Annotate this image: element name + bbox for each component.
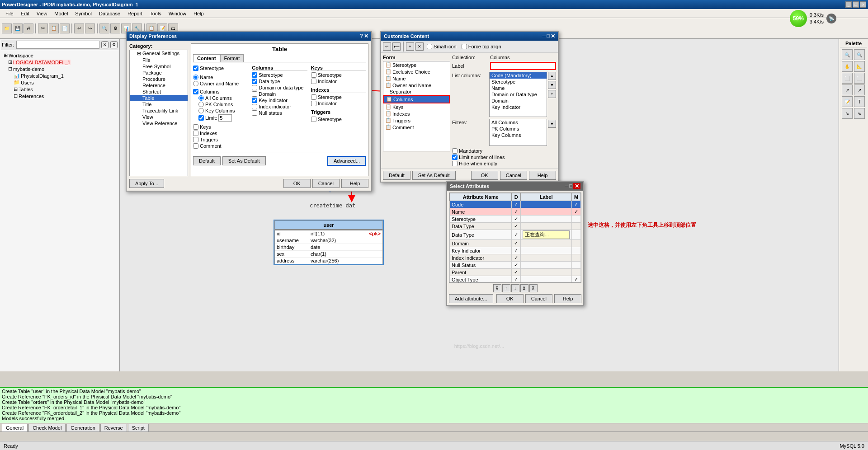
close-btn[interactable]: ✕ [860,1,866,8]
palette-icon-9[interactable]: 📝 [842,96,853,107]
key-columns-radio[interactable]: Key Columns [198,108,248,114]
tree-item-workspace[interactable]: ⊞Workspace [3,52,117,59]
mandatory-check[interactable]: Mandatory [452,148,556,154]
tree-item-tables[interactable]: ⊟Tables [3,86,117,93]
keys-stereotype[interactable]: Stereotype [311,72,366,78]
toolbar-icon-2[interactable]: 💾 [13,23,23,33]
sa-help-btn[interactable]: Help [554,294,581,303]
cat-procedure[interactable]: Procedure [130,76,188,82]
lc-add-btn[interactable]: + [548,90,556,98]
lc-code[interactable]: Code (Mandatory) [490,72,547,79]
toolbar-icon-1[interactable]: 📁 [2,23,12,33]
filter-all-cols[interactable]: All Columns [490,119,547,126]
palette-icon-1[interactable]: 🔍 [842,49,853,60]
filter-pk-cols[interactable]: PK Columns [490,126,547,132]
palette-icon-12[interactable]: ∿ [854,108,865,119]
toolbar-icon-8[interactable]: ⚙ [110,23,120,33]
cust-default-btn[interactable]: Default [383,171,410,180]
cat-view[interactable]: View [130,114,188,120]
form-item-stereotype[interactable]: 📋 Stereotype [383,61,450,68]
sa-cancel-btn[interactable]: Cancel [525,294,552,303]
cat-reference[interactable]: Reference [130,82,188,89]
sa-move-bottom[interactable]: ⊼ [529,284,538,292]
sa-min-btn[interactable]: ─ [565,183,569,189]
attr-row-datatype2[interactable]: Data Type✓ 正在查询... [450,230,581,240]
maximize-btn[interactable]: □ [853,1,859,8]
table-row-birthday[interactable]: birthday date [275,244,382,251]
stereotype-check[interactable]: Stereotype [193,65,248,71]
form-item-keys[interactable]: 📋 Keys [383,103,450,110]
tree-item-physicaldiagram[interactable]: 📊PhysicalDiagram_1 [3,72,117,79]
attr-row-code[interactable]: Code✓✓ [450,201,581,208]
toolbar-undo[interactable]: ↩ [74,23,84,33]
cat-view-reference[interactable]: View Reference [130,120,188,127]
hide-empty-check[interactable]: Hide when empty [452,160,556,167]
tree-item-logical[interactable]: ⊞LOGICALDATAMODEL_1 [3,59,117,66]
attr-row-object-type[interactable]: Object Type✓✓ [450,276,581,283]
form-item-triggers[interactable]: 📋 Triggers [383,117,450,124]
toolbar-icon-5[interactable]: 📋 [49,23,59,33]
col-null-status[interactable]: Null status [252,110,307,116]
toolbar-icon-6[interactable]: 📄 [60,23,70,33]
all-columns-radio[interactable]: All Columns [198,95,248,101]
col-domain[interactable]: Domain [252,91,307,97]
lc-up-btn[interactable]: ▲ [548,72,556,80]
toolbar-redo[interactable]: ↪ [85,23,95,33]
cat-title[interactable]: Title [130,101,188,108]
tab-check-model[interactable]: Check Model [28,424,66,431]
toolbar-icon-4[interactable]: ✂ [38,23,48,33]
cust-min-btn[interactable]: ─ [542,33,546,39]
form-item-exclusive[interactable]: 📋 Exclusive Choice [383,68,450,75]
menu-report[interactable]: Report [124,10,146,17]
sa-scroll-up[interactable]: ⊼ [493,284,501,292]
tab-format[interactable]: Format [220,54,244,62]
help-btn[interactable]: Help [341,179,368,188]
tab-script[interactable]: Script [128,424,149,431]
palette-icon-7[interactable]: ↗ [842,84,853,95]
palette-icon-6[interactable]: ⬜ [854,73,865,84]
cust-tb-2[interactable]: ⟵ [392,42,401,51]
filter-clear[interactable]: ✕ [101,41,108,48]
attr-row-index-indicator[interactable]: Index Indicator✓ [450,254,581,262]
keys-indicator[interactable]: Indicator [311,78,366,84]
palette-icon-5[interactable]: ⬜ [842,73,853,84]
sa-move-top[interactable]: ⊻ [520,284,528,292]
table-row-sex[interactable]: sex char(1) [275,251,382,258]
lc-down-btn[interactable]: ▼ [548,81,556,89]
lc-name[interactable]: Name [490,85,547,91]
col-domain-data-type[interactable]: Domain or data type [252,84,307,91]
cust-close-btn[interactable]: ✕ [551,33,555,39]
sa-move-down[interactable]: ↓ [511,284,519,292]
idx-stereotype[interactable]: Stereotype [311,94,366,100]
cat-free-symbol[interactable]: Free Symbol [130,63,188,70]
sa-move-up[interactable]: ↑ [502,284,510,292]
menu-database[interactable]: Database [95,10,124,17]
columns-check[interactable]: Columns [193,89,248,95]
form-item-owner[interactable]: 📋 Owner and Name [383,82,450,89]
attr-row-name[interactable]: Name✓✓ [450,208,581,216]
display-pref-help-icon[interactable]: ? [360,33,363,39]
lc-key[interactable]: Key Indicator [490,104,547,110]
lc-domain-data[interactable]: Domain or Data type [490,91,547,98]
cat-package[interactable]: Package [130,70,188,76]
menu-help[interactable]: Help [190,10,208,17]
palette-icon-10[interactable]: T [854,96,865,107]
triggers-check[interactable]: Triggers [193,136,248,143]
tree-item-references[interactable]: ⊟References [3,93,117,99]
cust-tb-4[interactable]: ✕ [415,42,424,51]
form-item-comment[interactable]: 📋 Comment [383,124,450,131]
lc-stereotype[interactable]: Stereotype [490,79,547,85]
palette-icon-2[interactable]: 🔍 [854,49,865,60]
attr-row-key-indicator[interactable]: Key Indicator✓ [450,247,581,254]
cat-general-settings[interactable]: ⊟ General Settings [130,50,188,57]
set-as-default-btn[interactable]: Set As Default [222,156,266,165]
ok-btn[interactable]: OK [283,179,311,188]
filter-input[interactable] [16,41,100,49]
menu-tools[interactable]: Tools [146,10,165,17]
owner-radio[interactable]: Owner and Name [193,80,248,87]
form-item-indexes[interactable]: 📋 Indexes [383,110,450,117]
label-input[interactable] [490,62,556,70]
tab-reverse[interactable]: Reverse [100,424,127,431]
filter-key-cols[interactable]: Key Columns [490,132,547,138]
attr-row-parent[interactable]: Parent✓ [450,269,581,276]
